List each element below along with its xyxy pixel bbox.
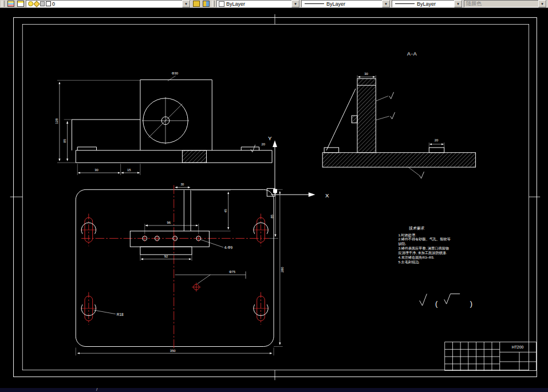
lineweight-dropdown[interactable]: ByLayer ▼ xyxy=(392,0,463,7)
corner-slots xyxy=(81,217,268,320)
make-object-layer-current-button[interactable] xyxy=(192,0,200,7)
y-axis-label: Y xyxy=(268,135,272,141)
layers-icon xyxy=(7,1,14,7)
surface-finish-icon xyxy=(420,294,427,306)
top-view: R18 4-Φ9 Φ75 xyxy=(76,185,274,351)
layer-dropdown-arrow-icon[interactable]: ▼ xyxy=(182,0,190,7)
y-axis-arrow-icon xyxy=(273,140,277,147)
dim-label: R18 xyxy=(117,312,124,316)
surface-finish-icon xyxy=(389,92,395,119)
rib-line xyxy=(326,89,356,151)
notes-line: 4.未注铸造圆角R3~R5. xyxy=(398,255,434,260)
technical-notes: 技术要求 1.时效处理. 2.铸件不得有砂眼、气孔、裂纹等 缺陷. 3.铸件表面… xyxy=(397,226,450,264)
toolbar-separator xyxy=(212,1,215,7)
front-view xyxy=(72,80,272,163)
dim-label: 30 xyxy=(94,168,98,172)
notes-line: 2.铸件不得有砂眼、气孔、裂纹等 xyxy=(398,237,450,241)
surface-finish-icon xyxy=(420,172,424,179)
layer-freeze-icon xyxy=(33,1,40,7)
current-plotstyle-label: 随颜色 xyxy=(466,0,482,7)
layer-color-swatch-icon xyxy=(46,1,51,6)
layer-manager-button[interactable] xyxy=(16,0,25,7)
current-color-swatch-icon xyxy=(219,1,224,7)
x-axis-label: X xyxy=(325,192,329,199)
dim-label: 280 xyxy=(281,267,284,273)
dim-label: 128 xyxy=(55,118,58,124)
notes-line: 5.去毛刺锐边. xyxy=(398,260,420,264)
layer-previous-icon xyxy=(203,1,210,7)
notes-line: 3.铸件表面应平整, 浇冒口残留物 xyxy=(398,246,449,251)
current-color-label: ByLayer xyxy=(226,1,245,7)
section-title: A-A xyxy=(407,51,417,57)
dim-label: 4-Φ9 xyxy=(224,246,233,250)
layer-properties-button[interactable] xyxy=(6,0,15,7)
color-dropdown-arrow-icon[interactable]: ▼ xyxy=(291,0,299,7)
current-lineweight-label: ByLayer xyxy=(417,1,436,7)
color-dropdown[interactable]: ByLayer ▼ xyxy=(216,0,300,7)
lineweight-preview-icon xyxy=(395,3,415,4)
oil-hole xyxy=(175,271,246,291)
status-bar: / xyxy=(0,388,548,392)
notes-line: 缺陷. xyxy=(398,241,406,246)
dim-label: 20 xyxy=(261,142,265,146)
plotstyle-dropdown[interactable]: 随颜色 ▼ xyxy=(464,0,547,7)
sheet-frame xyxy=(10,14,540,381)
dim-label: 30 xyxy=(364,72,368,76)
x-axis-arrow-icon xyxy=(309,192,316,197)
layer-dropdown[interactable]: 0 ▼ xyxy=(26,0,191,7)
layer-previous-button[interactable] xyxy=(202,0,210,7)
section-view: A-A 30 20 xyxy=(322,51,475,178)
toolbar-drag-handle[interactable] xyxy=(2,1,5,7)
model-space-canvas[interactable]: 128 85 30 15 Φ30 20 A-A 30 20 xyxy=(0,8,548,388)
dim-label: 350 xyxy=(170,349,176,353)
material-label: HT200 xyxy=(512,345,524,349)
plate-outline xyxy=(76,189,274,346)
title-block: HT200 xyxy=(445,342,537,371)
paren-open: ( xyxy=(435,299,438,308)
drawing-canvas[interactable]: 128 85 30 15 Φ30 20 A-A 30 20 xyxy=(0,8,548,388)
top-toolbar: 0 ▼ ByLayer ▼ ByLayer ▼ ByLayer ▼ 随颜色 ▼ xyxy=(0,0,548,8)
lineweight-dropdown-arrow-icon[interactable]: ▼ xyxy=(454,0,462,7)
dim-label: 45 xyxy=(224,209,227,213)
layer-manager-icon xyxy=(17,1,24,7)
make-layer-current-icon xyxy=(193,1,200,7)
linetype-dropdown-arrow-icon[interactable]: ▼ xyxy=(382,0,390,7)
dim-label: 85 xyxy=(63,138,66,142)
linetype-dropdown[interactable]: ByLayer ▼ xyxy=(301,0,391,7)
dim-label: 30 xyxy=(180,183,184,186)
dim-label: 96 xyxy=(167,221,171,224)
dim-label: Φ75 xyxy=(229,270,236,274)
paren-close: ) xyxy=(470,299,472,308)
centerlines xyxy=(81,185,269,351)
layer-lock-icon xyxy=(40,1,45,6)
dim-label: Φ30 xyxy=(172,72,179,75)
dim-label: 20 xyxy=(435,138,439,142)
layer-on-icon xyxy=(28,1,33,6)
current-layer-label: 0 xyxy=(52,1,55,7)
front-view-dims: 128 85 30 15 Φ30 20 xyxy=(55,72,266,175)
linetype-preview-icon xyxy=(305,3,324,4)
notes-title: 技术要求 xyxy=(408,226,425,231)
notes-line: 1.时效处理. xyxy=(398,233,416,237)
plotstyle-dropdown-arrow-icon: ▼ xyxy=(538,0,546,7)
current-linetype-label: ByLayer xyxy=(326,1,345,7)
dim-label: 15 xyxy=(127,168,131,172)
surface-finish-machined-icon xyxy=(444,294,460,304)
dim-label: 85 xyxy=(270,214,274,218)
dim-label: 92 xyxy=(164,255,168,258)
notes-line: 应清理干净, 未加工面涂防锈漆. xyxy=(397,251,447,255)
finish-symbols: ( ) xyxy=(420,294,472,308)
top-view-dims: 96 92 45 280 85 350 30 xyxy=(76,183,283,355)
